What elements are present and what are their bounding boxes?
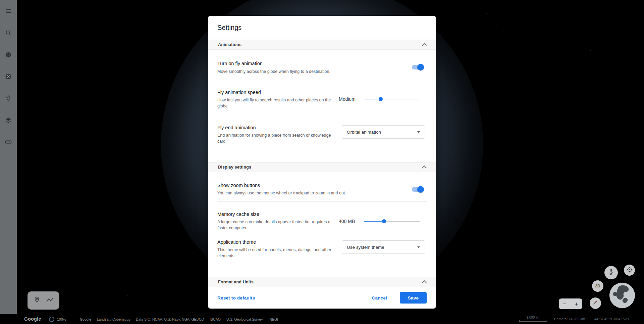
scale-label: 1,000 km [526,316,540,319]
setting-desc-memory-cache: A larger cache can make details appear f… [217,219,331,231]
section-label: Format and Units [218,280,254,284]
dropdown-caret-icon [417,246,420,248]
search-icon [5,29,12,37]
setting-desc-zoom-buttons: You can always use the mouse wheel or tr… [217,190,392,196]
pegman-icon [607,268,615,277]
zoom-buttons-toggle[interactable] [412,186,423,193]
slider-thumb[interactable] [379,97,383,101]
settings-dialog: Settings Animations Turn on fly animatio… [208,16,436,309]
dropdown-caret-icon [417,131,420,133]
divider [217,116,427,116]
fly-end-animation-select[interactable]: Orbital animation [342,125,425,139]
setting-desc-fly-animation: Move smoothly across the globe when flyi… [217,68,392,75]
menu-icon [5,7,12,15]
slider-fill [364,221,384,222]
setting-title-app-theme: Application theme [217,239,256,245]
attribution-part: Landsat / Copernicus [97,317,130,321]
setting-desc-fly-end: End animation for showing a place from s… [217,132,331,144]
stream-percent: 100% [57,317,66,321]
camera-altitude: Camera: 14,206 km [554,317,585,321]
selected-option: Use system theme [347,245,384,250]
chevron-up-icon[interactable] [422,280,427,285]
2d-toggle-button[interactable]: 2D [592,280,603,292]
google-logo: Google [24,316,41,322]
section-label: Display settings [218,165,251,170]
stream-progress-icon [49,317,54,322]
attribution-part: Data SIO, NOAA, U.S. Navy, NGA, GEBCO [136,317,204,321]
sidebar [0,0,17,324]
projects-button[interactable] [4,94,13,103]
globe-view-button[interactable] [609,283,635,308]
section-label: Animations [218,42,241,47]
search-button[interactable] [4,29,13,37]
reset-to-defaults-button[interactable]: Reset to defaults [217,295,255,300]
my-location-button[interactable] [624,265,635,276]
map-style-icon [5,117,12,124]
target-icon [626,266,633,274]
setting-desc-app-theme: This theme will be used for panels, menu… [217,247,331,259]
measure-path-button[interactable] [46,296,54,305]
dialog-title: Settings [217,24,241,32]
memory-cache-value: 400 MB [339,219,355,224]
section-header-animations[interactable]: Animations [208,40,436,50]
compass-button[interactable] [590,297,601,309]
dialog-footer: Reset to defaults Cancel Save [208,287,436,309]
setting-title-fly-end: Fly end animation [217,125,256,130]
menu-button[interactable] [4,7,13,15]
divider [217,85,427,85]
chevron-up-icon[interactable] [422,43,427,48]
status-bar: Google 100% Google Landsat / Copernicus … [0,314,644,324]
voyager-icon [5,51,12,58]
fly-speed-slider[interactable] [364,97,420,101]
section-header-format-units[interactable]: Format and Units [208,277,436,287]
cancel-button[interactable]: Cancel [372,295,387,300]
zoom-in-button[interactable]: + [575,301,578,307]
add-placemark-button[interactable] [33,296,41,305]
pegman-button[interactable] [604,266,618,279]
application-theme-select[interactable]: Use system theme [342,240,425,254]
fly-speed-value: Medium [339,96,356,102]
map-attribution: Google Landsat / Copernicus Data SIO, NO… [80,317,283,321]
slider-thumb[interactable] [382,219,386,223]
scale-ruler [519,320,547,322]
setting-desc-fly-speed: How fast you will fly to search results … [217,97,331,109]
selected-option: Orbital animation [347,130,381,135]
chevron-up-icon[interactable] [422,166,427,170]
measure-icon [5,138,12,146]
map-tools-pill [28,291,59,310]
feeling-lucky-icon [5,73,12,80]
attribution-part: IBCAO [210,317,221,321]
zoom-out-button[interactable]: − [563,301,567,307]
zoom-control: − + [559,298,582,309]
slider-fill [364,99,381,99]
2d-label: 2D [595,284,600,288]
attribution-part: INEGI [268,317,278,321]
scale-bar: 1,000 km [519,316,547,322]
mini-globe-icon [609,283,635,308]
save-button[interactable]: Save [400,292,427,304]
divider [217,201,427,202]
toggle-knob[interactable] [417,64,424,71]
voyager-button[interactable] [4,50,13,59]
feeling-lucky-button[interactable] [4,72,13,81]
attribution-part: U.S. Geological Survey [226,317,263,321]
projects-icon [5,95,12,102]
attribution-part: Google [80,317,91,321]
setting-title-fly-animation: Turn on fly animation [217,61,263,66]
section-header-display[interactable]: Display settings [208,162,436,172]
toggle-knob[interactable] [417,186,424,193]
compass-icon [591,298,600,308]
setting-title-zoom-buttons: Show zoom buttons [217,183,260,188]
memory-cache-slider[interactable] [364,219,420,223]
cursor-coordinates: 44°07'45"N 30°42'52"E [594,317,630,321]
measure-button[interactable] [4,138,13,146]
setting-title-memory-cache: Memory cache size [217,212,259,217]
fly-animation-toggle[interactable] [412,64,423,71]
map-style-button[interactable] [4,116,13,125]
setting-title-fly-speed: Fly animation speed [217,90,261,95]
